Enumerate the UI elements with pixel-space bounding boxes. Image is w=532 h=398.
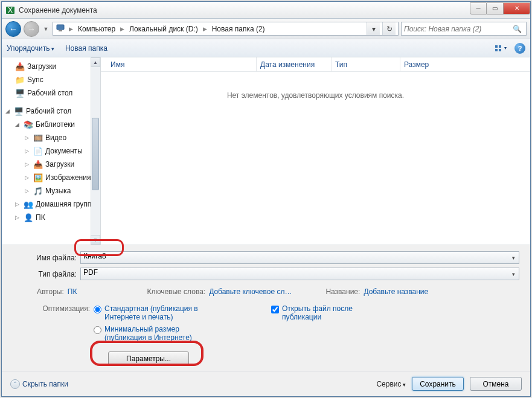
column-type[interactable]: Тип bbox=[332, 57, 400, 71]
cancel-button[interactable]: Отмена bbox=[470, 377, 522, 391]
search-box[interactable]: 🔍 bbox=[401, 22, 527, 36]
tree-pc[interactable]: ▷👤ПК bbox=[4, 211, 100, 224]
radio-standard[interactable]: Стандартная (публикация в Интернете и пе… bbox=[94, 304, 213, 321]
toolbar: Упорядочить Новая папка ▾ ? bbox=[2, 39, 530, 57]
chevron-right-icon[interactable]: ▶ bbox=[119, 26, 126, 32]
window-title: Сохранение документа bbox=[19, 6, 470, 14]
user-icon: 👤 bbox=[24, 213, 33, 222]
authors-label: Авторы: bbox=[37, 287, 64, 296]
nav-history-dropdown[interactable]: ▼ bbox=[42, 22, 50, 36]
column-headers: Имя Дата изменения Тип Размер bbox=[101, 57, 530, 72]
keywords-link[interactable]: Добавьте ключевое сл… bbox=[209, 287, 292, 296]
chevron-down-icon[interactable]: ▾ bbox=[508, 252, 518, 263]
collapse-icon[interactable]: ◢ bbox=[15, 121, 21, 127]
downloads-icon: 📥 bbox=[33, 159, 43, 169]
radio-minimal-input[interactable] bbox=[94, 326, 101, 334]
folder-icon: 📁 bbox=[15, 75, 25, 85]
expand-icon[interactable]: ▷ bbox=[25, 161, 31, 167]
filetype-select[interactable]: PDF▾ bbox=[80, 268, 519, 280]
nav-bar: ← → ▼ ▶ Компьютер ▶ Локальный диск (D:) … bbox=[2, 19, 530, 39]
nav-tree: 📥Загрузки 📁Sync 🖥️Рабочий стол ◢🖥️Рабочи… bbox=[2, 57, 101, 245]
tree-libraries[interactable]: ◢📚Библиотеки bbox=[4, 118, 100, 131]
nav-forward-button[interactable]: → bbox=[24, 21, 39, 37]
maximize-button[interactable]: ▭ bbox=[487, 2, 504, 14]
address-dropdown-icon[interactable]: ▾ bbox=[367, 22, 380, 35]
chevron-up-icon: ˄ bbox=[10, 379, 20, 389]
scroll-up-icon[interactable]: ▲ bbox=[91, 57, 100, 67]
refresh-button[interactable]: ↻ bbox=[382, 22, 396, 35]
tree-sync[interactable]: 📁Sync bbox=[4, 73, 100, 86]
minimize-button[interactable]: ─ bbox=[470, 2, 487, 14]
help-button[interactable]: ? bbox=[514, 43, 525, 54]
chevron-right-icon[interactable]: ▶ bbox=[202, 26, 208, 32]
new-folder-button[interactable]: Новая папка bbox=[65, 44, 107, 53]
breadcrumb-folder[interactable]: Новая папка (2) bbox=[211, 25, 266, 33]
checkbox-open-after[interactable]: Открыть файл после публикации bbox=[271, 304, 391, 321]
parameters-button[interactable]: Параметры... bbox=[108, 351, 189, 366]
tree-desktop[interactable]: 🖥️Рабочий стол bbox=[4, 86, 100, 100]
svg-rect-2 bbox=[57, 25, 64, 30]
column-date[interactable]: Дата изменения bbox=[257, 57, 332, 71]
organize-button[interactable]: Упорядочить bbox=[7, 44, 54, 53]
authors-value[interactable]: ПК bbox=[68, 287, 77, 296]
filename-input[interactable]: Книга8▾ bbox=[80, 251, 519, 264]
tools-dropdown[interactable]: Сервис bbox=[376, 380, 406, 388]
expand-icon[interactable]: ▷ bbox=[25, 135, 31, 141]
file-list-pane: Имя Дата изменения Тип Размер Нет элемен… bbox=[101, 57, 530, 245]
expand-icon[interactable]: ▷ bbox=[25, 188, 31, 194]
close-button[interactable]: ✕ bbox=[504, 2, 530, 14]
hide-folders-button[interactable]: ˄ Скрыть папки bbox=[10, 379, 68, 389]
checkbox-open-after-input[interactable] bbox=[271, 306, 279, 313]
tree-downloads2[interactable]: ▷📥Загрузки bbox=[4, 158, 100, 171]
desktop-icon: 🖥️ bbox=[15, 88, 25, 98]
breadcrumb-computer[interactable]: Компьютер bbox=[77, 25, 117, 33]
filetype-label: Тип файла: bbox=[13, 270, 77, 278]
svg-rect-3 bbox=[59, 30, 62, 31]
search-icon[interactable]: 🔍 bbox=[510, 25, 524, 33]
save-form: Имя файла: Книга8▾ Тип файла: PDF▾ Автор… bbox=[2, 245, 530, 371]
collapse-icon[interactable]: ◢ bbox=[5, 108, 11, 114]
column-size[interactable]: Размер bbox=[400, 57, 467, 71]
scroll-down-icon[interactable]: ▼ bbox=[91, 235, 100, 245]
radio-standard-input[interactable] bbox=[94, 306, 101, 313]
desktop-icon: 🖥️ bbox=[14, 106, 24, 116]
address-bar[interactable]: ▶ Компьютер ▶ Локальный диск (D:) ▶ Нова… bbox=[53, 22, 399, 36]
optimization-label: Оптимизация: bbox=[37, 304, 90, 313]
keywords-label: Ключевые слова: bbox=[147, 287, 205, 296]
radio-minimal[interactable]: Минимальный размер (публикация в Интерне… bbox=[94, 325, 213, 342]
title-link[interactable]: Добавьте название bbox=[364, 287, 428, 296]
svg-rect-7 bbox=[499, 49, 501, 51]
tree-downloads[interactable]: 📥Загрузки bbox=[4, 60, 100, 73]
expand-icon[interactable]: ▷ bbox=[15, 214, 21, 220]
scroll-thumb[interactable] bbox=[92, 118, 99, 190]
homegroup-icon: 👥 bbox=[24, 199, 33, 209]
svg-rect-6 bbox=[495, 49, 498, 51]
images-icon: 🖼️ bbox=[33, 173, 43, 182]
expand-icon[interactable]: ▷ bbox=[25, 148, 31, 154]
expand-icon[interactable]: ▷ bbox=[25, 175, 31, 181]
tree-images[interactable]: ▷🖼️Изображения bbox=[4, 171, 100, 184]
svg-rect-5 bbox=[499, 45, 501, 48]
downloads-icon: 📥 bbox=[15, 62, 25, 71]
breadcrumb-drive[interactable]: Локальный диск (D:) bbox=[128, 25, 199, 33]
tree-documents[interactable]: ▷📄Документы bbox=[4, 144, 100, 158]
svg-text:X: X bbox=[8, 6, 13, 14]
tree-desktop-root[interactable]: ◢🖥️Рабочий стол bbox=[4, 104, 100, 118]
nav-back-button[interactable]: ← bbox=[5, 21, 21, 37]
chevron-right-icon[interactable]: ▶ bbox=[68, 26, 74, 32]
libraries-icon: 📚 bbox=[24, 120, 33, 129]
svg-rect-4 bbox=[495, 45, 498, 48]
expand-icon[interactable]: ▷ bbox=[15, 201, 21, 207]
search-input[interactable] bbox=[404, 25, 510, 33]
music-icon: 🎵 bbox=[33, 186, 43, 196]
tree-video[interactable]: ▷🎞️Видео bbox=[4, 131, 100, 144]
tree-homegroup[interactable]: ▷👥Домашняя групп bbox=[4, 197, 100, 211]
view-options-button[interactable]: ▾ bbox=[490, 42, 511, 54]
documents-icon: 📄 bbox=[33, 146, 43, 156]
sidebar-scrollbar[interactable]: ▲ ▼ bbox=[91, 57, 100, 245]
tree-music[interactable]: ▷🎵Музыка bbox=[4, 184, 100, 197]
save-button[interactable]: Сохранить bbox=[412, 377, 464, 391]
empty-message: Нет элементов, удовлетворяющих условиям … bbox=[101, 91, 530, 100]
column-name[interactable]: Имя bbox=[107, 57, 257, 71]
chevron-down-icon[interactable]: ▾ bbox=[508, 269, 518, 279]
